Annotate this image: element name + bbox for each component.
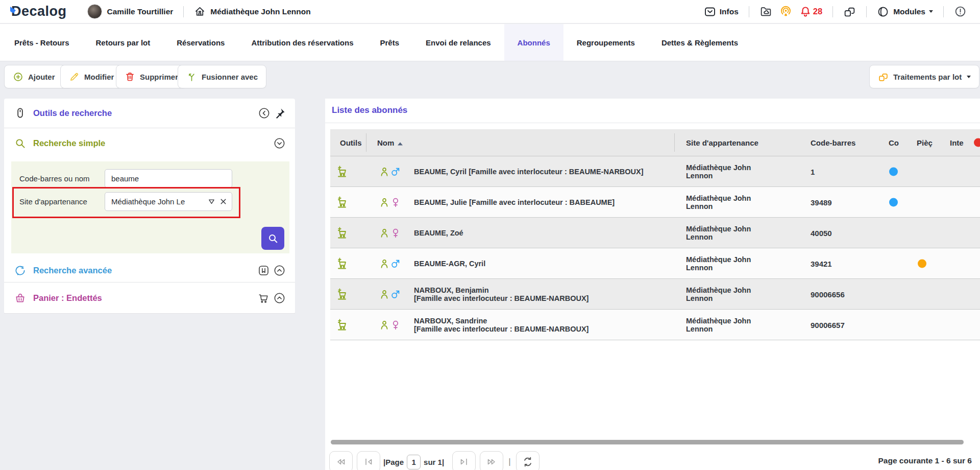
next-page-button[interactable] — [452, 451, 476, 470]
decalog-logo[interactable]: Decalog — [9, 4, 67, 19]
subscriber-name-line1: NARBOUX, Sandrine — [414, 316, 679, 325]
nav-tab-label: Attribution des réservations — [251, 38, 353, 47]
nav-tab[interactable]: Dettes & Règlements — [648, 24, 751, 61]
dropdown-triangle-icon[interactable] — [207, 197, 216, 206]
subscriber-row[interactable]: BEAUME, Julie [Famille avec interlocuteu… — [330, 187, 980, 218]
user-name[interactable]: Camille Tourtillier — [107, 7, 174, 16]
col-co[interactable]: Co — [889, 138, 899, 147]
search-button[interactable] — [261, 227, 284, 250]
site-label: Site d'appartenance — [19, 197, 87, 206]
chevron-up-circle-icon[interactable] — [273, 292, 286, 304]
subscriber-row[interactable]: BEAUME, Cyril [Famille avec interlocuteu… — [330, 156, 980, 187]
subscriber-site: Médiathèque John Lennon — [686, 255, 770, 272]
infos-envelope-icon[interactable] — [704, 6, 716, 18]
main-nav: Prêts - Retours Retours par lot Réservat… — [0, 24, 980, 61]
col-code-barres[interactable]: Code-barres — [811, 138, 855, 147]
broadcast-icon[interactable] — [779, 5, 792, 18]
link-squares-icon[interactable] — [843, 5, 856, 18]
nav-tab[interactable]: Retours par lot — [83, 24, 164, 61]
bookmark-square-icon[interactable] — [257, 264, 270, 277]
prev-page-button[interactable] — [357, 451, 380, 470]
subscriber-site: Médiathèque John Lennon — [686, 224, 770, 241]
collapse-panel-icon[interactable] — [258, 107, 271, 120]
add-to-cart-icon[interactable] — [336, 288, 349, 300]
subscriber-row[interactable]: NARBOUX, Sandrine [Famille avec interloc… — [330, 310, 980, 340]
piece-status-dot — [918, 259, 926, 268]
subscriber-barcode: 40050 — [811, 228, 832, 237]
notifications-count[interactable]: 28 — [813, 7, 822, 16]
add-to-cart-icon[interactable] — [336, 196, 349, 208]
info-circle-icon[interactable] — [954, 5, 967, 18]
merge-button[interactable]: Fusionner avec — [178, 65, 266, 88]
simple-search-title: Recherche simple — [33, 138, 105, 148]
search-tools-header: Outils de recherche — [4, 99, 295, 128]
barcode-input[interactable] — [105, 169, 232, 188]
divider — [325, 123, 980, 123]
nav-tab-label: Abonnés — [518, 38, 550, 47]
divider — [749, 6, 749, 17]
col-outils: Outils — [340, 138, 362, 147]
nav-tab-label: Retours par lot — [96, 38, 151, 47]
col-inte[interactable]: Inte — [950, 138, 964, 147]
notifications-bell-icon[interactable] — [799, 6, 812, 18]
subscriber-row[interactable]: BEAUME, Zoé Médiathèque John Lennon 4005… — [330, 218, 980, 248]
subscriber-row[interactable]: NARBOUX, Benjamin [Famille avec interloc… — [330, 279, 980, 310]
nav-tab[interactable]: Abonnés — [504, 24, 564, 61]
last-page-button[interactable] — [480, 451, 503, 470]
divider — [832, 6, 833, 17]
top-header: Decalog Camille Tourtillier Médiathèque … — [0, 0, 980, 24]
chevron-down-circle-icon[interactable] — [273, 137, 286, 150]
col-piece[interactable]: Pièç — [917, 138, 933, 147]
subscriber-barcode: 1 — [811, 167, 815, 176]
cart-icon[interactable] — [257, 292, 270, 304]
nav-tab[interactable]: Prêts — [366, 24, 412, 61]
nav-tab[interactable]: Prêts - Retours — [1, 24, 83, 61]
batch-processing-button[interactable]: Traitements par lot — [869, 65, 979, 88]
basket-header[interactable]: Panier : Endettés — [4, 283, 295, 313]
subscribers-table: Outils Nom Site d'appartenance Code-barr… — [330, 129, 980, 340]
advanced-search-header[interactable]: Recherche avancée — [4, 258, 295, 282]
subscriber-row[interactable]: BEAUME-AGR, Cyril Médiathèque John Lenno… — [330, 248, 980, 279]
simple-search-header[interactable]: Recherche simple — [4, 128, 295, 158]
nav-tab-label: Dettes & Règlements — [662, 38, 738, 47]
site-select[interactable]: Médiathèque John Le — [105, 192, 232, 211]
modules-label[interactable]: Modules — [893, 7, 925, 16]
library-name[interactable]: Médiathèque John Lennon — [210, 7, 310, 16]
mouse-icon — [14, 107, 26, 119]
add-to-cart-icon[interactable] — [336, 319, 349, 331]
add-to-cart-icon[interactable] — [336, 166, 349, 178]
folder-cloud-icon[interactable] — [760, 5, 772, 18]
logo-text: Decalog — [11, 4, 67, 19]
subscriber-barcode: 39489 — [811, 198, 832, 206]
chevron-up-circle-icon[interactable] — [273, 264, 286, 277]
subscriber-name: NARBOUX, Benjamin [Famille avec interloc… — [414, 286, 679, 302]
col-nom[interactable]: Nom — [377, 138, 403, 147]
delete-button[interactable]: Supprimer — [116, 65, 187, 88]
nav-tab[interactable]: Regroupements — [564, 24, 648, 61]
subscriber-name-line1: NARBOUX, Benjamin — [414, 286, 679, 294]
search-icon — [14, 137, 26, 149]
horizontal-scrollbar[interactable] — [331, 440, 964, 444]
infos-label[interactable]: Infos — [720, 7, 739, 16]
page-number-input[interactable] — [407, 455, 421, 469]
pin-icon[interactable] — [274, 107, 286, 120]
delete-button-label: Supprimer — [140, 73, 178, 81]
nav-tab[interactable]: Envoi de relances — [412, 24, 504, 61]
caret-down-icon — [929, 10, 933, 13]
page-of-label: sur 1| — [424, 458, 444, 466]
subscriber-name-line1: BEAUME, Zoé — [414, 228, 679, 237]
table-header: Outils Nom Site d'appartenance Code-barr… — [330, 129, 980, 156]
nav-tab[interactable]: Réservations — [163, 24, 238, 61]
nav-tab[interactable]: Attribution des réservations — [238, 24, 366, 61]
refresh-button[interactable] — [516, 451, 540, 470]
add-to-cart-icon[interactable] — [336, 227, 349, 239]
first-page-button[interactable] — [329, 451, 353, 470]
add-to-cart-icon[interactable] — [336, 257, 349, 270]
edit-button[interactable]: Modifier — [60, 65, 122, 88]
simple-search-form: Code-barres ou nom Site d'appartenance M… — [11, 161, 289, 253]
subscriber-name: BEAUME, Julie [Famille avec interlocuteu… — [414, 198, 679, 206]
col-site[interactable]: Site d'appartenance — [686, 138, 758, 147]
avatar[interactable] — [87, 4, 102, 19]
sort-asc-icon — [398, 143, 403, 146]
clear-icon[interactable] — [219, 197, 228, 206]
